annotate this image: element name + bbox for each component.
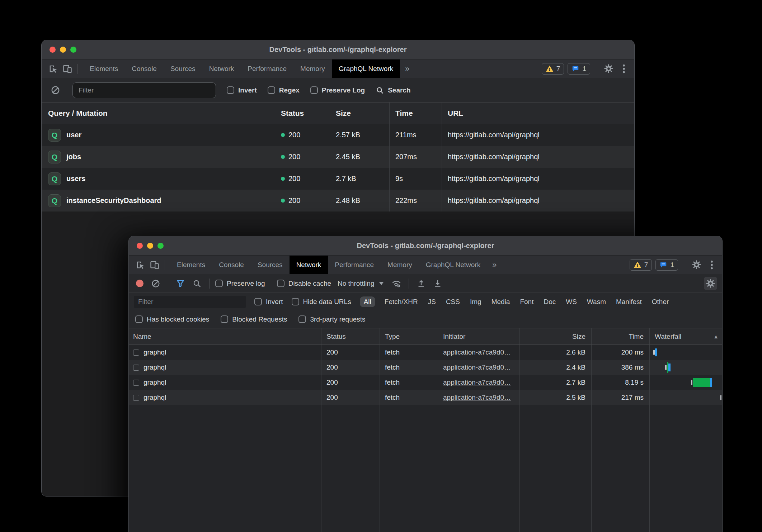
preserve-log-checkbox[interactable]: Preserve log	[215, 280, 265, 288]
column-header-status[interactable]: Status	[275, 103, 330, 124]
panel-tab[interactable]: Memory	[381, 256, 419, 274]
disable-cache-checkbox[interactable]: Disable cache	[277, 280, 331, 288]
panel-tab[interactable]: Performance	[241, 60, 293, 78]
panel-tab[interactable]: Sources	[251, 256, 290, 274]
network-conditions-icon[interactable]	[390, 277, 403, 290]
network-request-row[interactable]: graphql 200 fetch application-a7ca9d0… 2…	[129, 375, 722, 390]
checkbox-box[interactable]	[277, 280, 284, 287]
issues-badge[interactable]: 1	[568, 63, 590, 75]
resource-type-filter[interactable]: Fetch/XHR	[384, 296, 419, 307]
resource-type-filter[interactable]: Other	[651, 296, 670, 307]
checkbox-box[interactable]	[298, 315, 306, 323]
resource-type-filter[interactable]: Wasm	[586, 296, 607, 307]
sort-ascending-icon[interactable]: ▲	[713, 333, 719, 339]
graphql-request-row[interactable]: Q users 200 2.7 kB 9s https://gitlab.com…	[42, 168, 634, 190]
settings-gear-icon[interactable]	[690, 258, 703, 271]
column-header-waterfall[interactable]: Waterfall ▲	[649, 328, 722, 345]
clear-icon[interactable]	[149, 277, 162, 290]
resource-type-filter[interactable]: WS	[565, 296, 578, 307]
inspect-element-icon[interactable]	[134, 258, 147, 271]
checkbox-box[interactable]	[254, 298, 262, 305]
checkbox-box[interactable]	[268, 86, 275, 94]
more-tabs-icon[interactable]: »	[487, 256, 502, 274]
titlebar[interactable]: DevTools - gitlab.com/-/graphql-explorer	[42, 40, 634, 60]
panel-tab[interactable]: Console	[125, 60, 164, 78]
device-toolbar-icon[interactable]	[61, 62, 74, 75]
resource-type-filter[interactable]: Manifest	[615, 296, 643, 307]
filter-checkbox[interactable]: Invert	[227, 86, 257, 94]
request-filter-checkbox[interactable]: 3rd-party requests	[298, 315, 365, 323]
request-checkbox[interactable]	[133, 395, 139, 401]
filter-checkbox[interactable]: Regex	[268, 86, 300, 94]
resource-type-filter[interactable]: Media	[491, 296, 511, 307]
resource-type-filter[interactable]: Img	[469, 296, 482, 307]
checkbox-box[interactable]	[310, 86, 318, 94]
column-header-size[interactable]: Size	[519, 328, 591, 345]
network-request-row[interactable]: graphql 200 fetch application-a7ca9d0… 2…	[129, 390, 722, 405]
column-header-size[interactable]: Size	[330, 103, 389, 124]
panel-tab[interactable]: GraphQL Network	[419, 256, 487, 274]
column-header-type[interactable]: Type	[380, 328, 438, 345]
column-header-name[interactable]: Name	[129, 328, 321, 345]
issues-badge[interactable]: 1	[655, 259, 678, 271]
initiator-link[interactable]: application-a7ca9d0…	[443, 348, 511, 356]
titlebar[interactable]: DevTools - gitlab.com/-/graphql-explorer	[129, 236, 722, 256]
search-toggle[interactable]: Search	[376, 86, 410, 95]
import-har-icon[interactable]	[415, 277, 428, 290]
column-header-time[interactable]: Time	[591, 328, 649, 345]
checkbox-box[interactable]	[135, 315, 143, 323]
panel-tab[interactable]: Elements	[170, 256, 212, 274]
initiator-link[interactable]: application-a7ca9d0…	[443, 379, 511, 386]
network-request-row[interactable]: graphql 200 fetch application-a7ca9d0… 2…	[129, 345, 722, 360]
column-header-query-mutation[interactable]: Query / Mutation	[42, 103, 275, 124]
column-header-status[interactable]: Status	[321, 328, 380, 345]
resource-type-filter[interactable]: All	[360, 296, 375, 307]
panel-tab[interactable]: Console	[212, 256, 251, 274]
network-filter-input[interactable]	[134, 296, 246, 308]
graphql-request-row[interactable]: Q jobs 200 2.45 kB 207ms https://gitlab.…	[42, 146, 634, 168]
filter-checkbox[interactable]: Preserve Log	[310, 86, 365, 94]
graphql-request-row[interactable]: Q instanceSecurityDashboard 200 2.48 kB …	[42, 190, 634, 212]
request-filter-checkbox[interactable]: Blocked Requests	[221, 315, 287, 323]
panel-tab[interactable]: Network	[290, 256, 328, 274]
checkbox-box[interactable]	[221, 315, 228, 323]
hide-data-urls-checkbox[interactable]: Hide data URLs	[292, 298, 351, 306]
checkbox-box[interactable]	[227, 86, 234, 94]
invert-checkbox[interactable]: Invert	[254, 298, 283, 306]
request-filter-checkbox[interactable]: Has blocked cookies	[135, 315, 209, 323]
network-settings-gear-icon[interactable]	[704, 277, 717, 290]
panel-tab[interactable]: Performance	[328, 256, 381, 274]
panel-tab[interactable]: Network	[202, 60, 241, 78]
more-tabs-icon[interactable]: »	[400, 60, 414, 78]
initiator-link[interactable]: application-a7ca9d0…	[443, 394, 511, 402]
clear-icon[interactable]	[49, 84, 62, 97]
record-button[interactable]	[136, 280, 144, 287]
panel-tab[interactable]: Memory	[293, 60, 332, 78]
warnings-badge[interactable]: 7	[630, 259, 652, 271]
panel-tab[interactable]: Elements	[83, 60, 125, 78]
resource-type-filter[interactable]: Doc	[543, 296, 556, 307]
column-header-initiator[interactable]: Initiator	[438, 328, 519, 345]
graphql-request-row[interactable]: Q user 200 2.57 kB 211ms https://gitlab.…	[42, 124, 634, 146]
checkbox-box[interactable]	[292, 298, 299, 305]
request-checkbox[interactable]	[133, 365, 139, 371]
request-checkbox[interactable]	[133, 350, 139, 356]
kebab-menu-icon[interactable]	[618, 64, 629, 74]
network-request-row[interactable]: graphql 200 fetch application-a7ca9d0… 2…	[129, 360, 722, 375]
search-icon[interactable]	[190, 277, 203, 290]
panel-tab[interactable]: Sources	[164, 60, 202, 78]
kebab-menu-icon[interactable]	[706, 260, 717, 270]
initiator-link[interactable]: application-a7ca9d0…	[443, 364, 511, 371]
settings-gear-icon[interactable]	[602, 62, 615, 75]
column-header-time[interactable]: Time	[389, 103, 442, 124]
warnings-badge[interactable]: 7	[542, 63, 564, 75]
export-har-icon[interactable]	[431, 277, 444, 290]
column-header-url[interactable]: URL	[442, 103, 634, 124]
panel-tab[interactable]: GraphQL Network	[332, 60, 400, 78]
resource-type-filter[interactable]: Font	[519, 296, 534, 307]
resource-type-filter[interactable]: CSS	[445, 296, 461, 307]
filter-funnel-icon[interactable]	[174, 277, 187, 290]
request-checkbox[interactable]	[133, 380, 139, 386]
device-toolbar-icon[interactable]	[148, 258, 161, 271]
resource-type-filter[interactable]: JS	[427, 296, 437, 307]
